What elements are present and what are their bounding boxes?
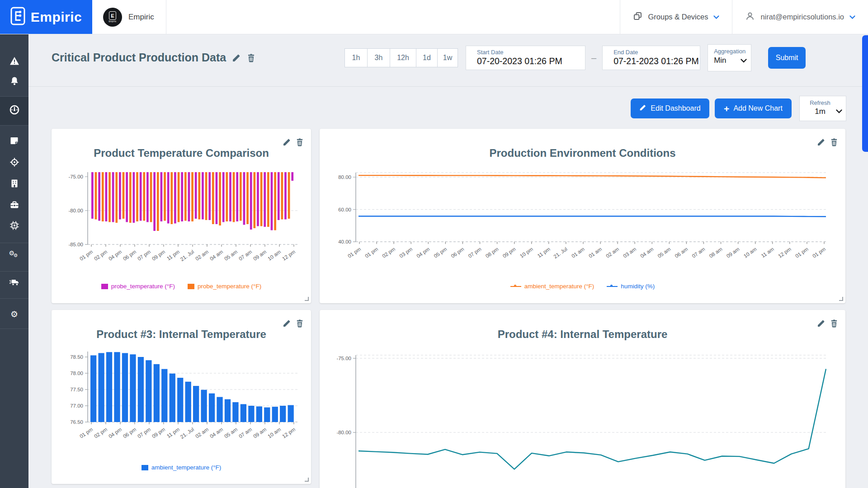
svg-text:03 pm: 03 pm bbox=[398, 246, 413, 259]
sidebar-item-devices[interactable] bbox=[0, 217, 28, 235]
svg-text:09 am: 09 am bbox=[252, 427, 267, 439]
panel-resize-handle[interactable] bbox=[305, 297, 309, 301]
svg-text:05 am: 05 am bbox=[656, 246, 671, 259]
svg-text:08 pm: 08 pm bbox=[485, 246, 500, 259]
svg-text:12 pm: 12 pm bbox=[777, 246, 792, 259]
svg-text:06 pm: 06 pm bbox=[122, 427, 137, 439]
delete-chart-button[interactable] bbox=[830, 319, 838, 328]
groups-devices-menu[interactable]: Groups & Devices bbox=[620, 0, 732, 34]
panel-resize-handle[interactable] bbox=[839, 297, 843, 301]
bell-icon bbox=[10, 76, 19, 88]
chart-canvas: 78.5078.0077.5077.0076.5001 pm02 pm04 pm… bbox=[53, 344, 307, 461]
chart-title: Production Environment Conditions bbox=[320, 147, 845, 160]
chart-legend: ambient_temperature (°F) bbox=[52, 464, 311, 471]
edit-chart-button[interactable] bbox=[283, 319, 291, 328]
svg-text:02 am: 02 am bbox=[605, 246, 620, 259]
sidebar-item-dashboard[interactable] bbox=[0, 102, 28, 120]
date-range-separator: – bbox=[591, 53, 596, 63]
start-date-field[interactable]: Start Date 07-20-2023 01:26 PM bbox=[466, 46, 585, 70]
edit-chart-button[interactable] bbox=[817, 138, 826, 146]
chart-title: Product #3: Internal Temperature bbox=[52, 328, 311, 341]
sidebar-item-logistics[interactable] bbox=[0, 274, 28, 292]
range-1h-button[interactable]: 1h bbox=[344, 48, 367, 67]
chart-panel-product-4-internal-temperature: Product #4: Internal Temperature -75.00-… bbox=[320, 310, 845, 488]
svg-text:09 pm: 09 pm bbox=[151, 249, 166, 262]
end-date-value: 07-21-2023 01:26 PM bbox=[613, 56, 700, 66]
add-new-chart-button[interactable]: + Add New Chart bbox=[715, 99, 792, 118]
svg-text:09 pm: 09 pm bbox=[151, 427, 166, 439]
range-1w-button[interactable]: 1w bbox=[437, 48, 458, 67]
user-menu[interactable]: nirat@empiricsolutions.io bbox=[732, 0, 868, 34]
brand-logo[interactable]: Empiric bbox=[0, 0, 92, 34]
sidebar-divider bbox=[0, 125, 28, 126]
legend-label: humidity (%) bbox=[621, 283, 655, 290]
legend-swatch bbox=[188, 284, 194, 289]
chevron-down-icon bbox=[741, 56, 747, 65]
brand-logo-text: Empiric bbox=[31, 9, 82, 25]
chevron-down-icon bbox=[836, 107, 842, 115]
sidebar-item-services[interactable]: ⚙ ⚙ bbox=[0, 246, 28, 264]
edit-chart-button[interactable] bbox=[817, 319, 826, 328]
svg-text:11 pm: 11 pm bbox=[166, 427, 180, 439]
sidebar-item-assets[interactable] bbox=[0, 197, 28, 215]
delete-dashboard-button[interactable] bbox=[247, 53, 255, 62]
svg-text:10 am: 10 am bbox=[267, 427, 282, 439]
start-date-value: 07-20-2023 01:26 PM bbox=[477, 56, 585, 66]
legend-item: probe_temperature (°F) bbox=[188, 283, 261, 290]
chart-panel-product-temperature-comparison: Product Temperature Comparison -75.00-80… bbox=[52, 129, 311, 303]
svg-text:01 pm: 01 pm bbox=[794, 246, 809, 259]
sidebar-item-sites[interactable] bbox=[0, 175, 28, 193]
svg-text:-80.00: -80.00 bbox=[336, 430, 351, 435]
svg-text:11 pm: 11 pm bbox=[537, 246, 551, 259]
chart-legend: probe_temperature (°F)probe_temperature … bbox=[52, 283, 311, 290]
svg-text:07 pm: 07 pm bbox=[137, 249, 151, 262]
breadcrumb[interactable]: E Empiric Empiric bbox=[92, 0, 166, 34]
topbar-spacer bbox=[166, 0, 620, 34]
delete-chart-button[interactable] bbox=[830, 138, 838, 146]
svg-text:21. Jul: 21. Jul bbox=[179, 249, 195, 262]
edit-dashboard-title-button[interactable] bbox=[232, 53, 241, 62]
svg-text:04 am: 04 am bbox=[209, 427, 224, 439]
chart-panel-product-3-internal-temperature: Product #3: Internal Temperature 78.5078… bbox=[52, 310, 311, 484]
svg-text:80.00: 80.00 bbox=[338, 174, 351, 180]
svg-text:09 am: 09 am bbox=[252, 249, 267, 262]
svg-text:-85.00: -85.00 bbox=[68, 242, 83, 247]
svg-text:12 pm: 12 pm bbox=[281, 249, 296, 262]
sidebar-item-alerts[interactable] bbox=[0, 53, 28, 71]
vertical-scrollbar-thumb[interactable] bbox=[862, 35, 868, 152]
svg-text:04 am: 04 am bbox=[209, 249, 224, 262]
svg-text:-75.00: -75.00 bbox=[68, 174, 83, 179]
refresh-select[interactable]: Refresh 1m bbox=[799, 96, 846, 121]
svg-text:12 pm: 12 pm bbox=[281, 427, 296, 439]
svg-text:40.00: 40.00 bbox=[338, 239, 351, 244]
range-1d-button[interactable]: 1d bbox=[416, 48, 437, 67]
aggregation-select[interactable]: Aggregation Min bbox=[708, 44, 751, 71]
edit-chart-button[interactable] bbox=[283, 138, 291, 146]
range-12h-button[interactable]: 12h bbox=[390, 48, 416, 67]
chart-canvas: -75.00-80.00-85.0001 pm02 pm04 pm06 pm07… bbox=[53, 163, 307, 280]
sidebar-item-settings[interactable]: ⚙ bbox=[0, 305, 28, 323]
sidebar-item-notes[interactable] bbox=[0, 132, 28, 150]
range-3h-button[interactable]: 3h bbox=[367, 48, 390, 67]
top-bar: Empiric E Empiric Empiric Groups & Devic… bbox=[0, 0, 868, 34]
svg-text:04 pm: 04 pm bbox=[415, 246, 430, 259]
sidebar-divider bbox=[0, 96, 28, 97]
legend-item: probe_temperature (°F) bbox=[101, 283, 175, 290]
aggregation-label: Aggregation bbox=[714, 48, 751, 55]
svg-text:76.50: 76.50 bbox=[70, 419, 83, 425]
sidebar-item-notifications[interactable] bbox=[0, 73, 28, 91]
warning-triangle-icon bbox=[9, 56, 19, 67]
panel-resize-handle[interactable] bbox=[305, 478, 309, 482]
end-date-field[interactable]: End Date 07-21-2023 01:26 PM bbox=[602, 46, 700, 70]
delete-chart-button[interactable] bbox=[296, 138, 304, 146]
chart-canvas: 80.0060.0040.0001 pm01 pm02 pm03 pm04 pm… bbox=[321, 163, 842, 279]
edit-dashboard-button[interactable]: Edit Dashboard bbox=[631, 99, 709, 118]
delete-chart-button[interactable] bbox=[296, 319, 304, 328]
submit-button[interactable]: Submit bbox=[768, 47, 806, 69]
sidebar-item-tracking[interactable] bbox=[0, 154, 28, 172]
svg-text:-80.00: -80.00 bbox=[68, 208, 83, 213]
svg-text:10 pm: 10 pm bbox=[519, 246, 534, 259]
svg-text:01 am: 01 am bbox=[571, 246, 585, 259]
page-title: Critical Product Production Data bbox=[52, 51, 226, 64]
start-date-label: Start Date bbox=[477, 49, 585, 56]
